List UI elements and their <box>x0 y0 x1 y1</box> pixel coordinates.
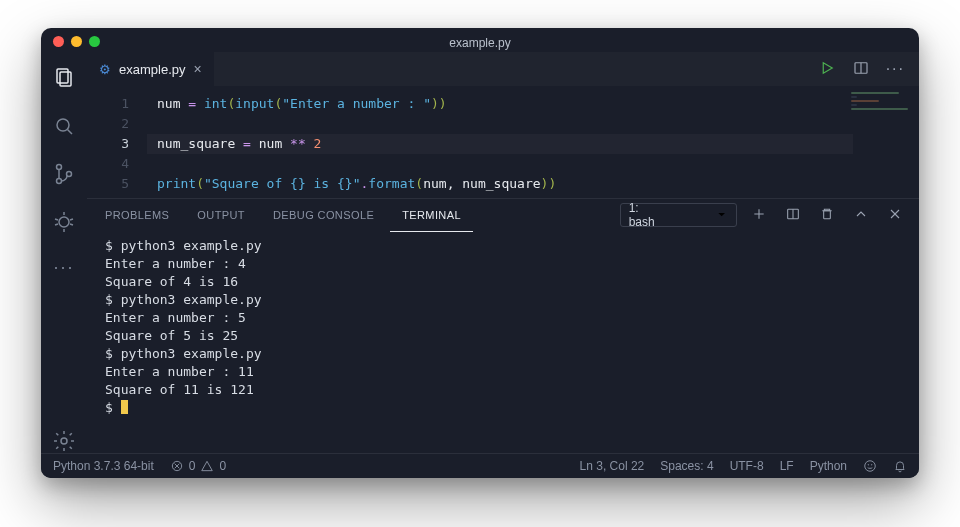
code-line[interactable] <box>157 114 919 134</box>
close-tab-icon[interactable]: × <box>193 61 201 77</box>
svg-rect-0 <box>57 69 68 83</box>
terminal-line: Enter a number : 11 <box>105 363 919 381</box>
terminal-line: $ <box>105 399 919 417</box>
explorer-icon[interactable] <box>52 66 76 90</box>
python-file-icon: ⚙ <box>99 62 111 77</box>
svg-point-6 <box>67 172 72 177</box>
line-number: 5 <box>87 174 147 194</box>
close-window-button[interactable] <box>53 36 64 47</box>
chevron-down-icon <box>715 208 728 221</box>
line-number: 2 <box>87 114 147 134</box>
status-eol[interactable]: LF <box>780 459 794 473</box>
window-title: example.py <box>449 31 510 50</box>
svg-point-5 <box>57 179 62 184</box>
trash-icon[interactable] <box>819 206 835 225</box>
debug-icon[interactable] <box>52 210 76 234</box>
line-number: 3 <box>87 134 147 154</box>
tab-example-py[interactable]: ⚙ example.py × <box>87 52 214 86</box>
svg-line-13 <box>70 224 73 225</box>
window-controls <box>53 36 100 47</box>
svg-point-28 <box>865 461 876 472</box>
chevron-up-icon[interactable] <box>853 206 869 225</box>
status-indentation[interactable]: Spaces: 4 <box>660 459 713 473</box>
app-window: { "title": "example.py", "tab": { "icon"… <box>41 28 919 478</box>
status-problems[interactable]: 0 0 <box>170 459 226 473</box>
line-number: 1 <box>87 94 147 114</box>
line-number: 4 <box>87 154 147 174</box>
panel-tab-output[interactable]: OUTPUT <box>185 199 257 231</box>
terminal-cursor <box>121 400 128 414</box>
zoom-window-button[interactable] <box>89 36 100 47</box>
search-icon[interactable] <box>52 114 76 138</box>
svg-line-10 <box>55 219 58 220</box>
minimap[interactable] <box>851 92 911 110</box>
editor-overflow-icon[interactable]: ··· <box>886 60 905 78</box>
title-bar: example.py <box>41 28 919 52</box>
warning-icon <box>200 459 214 473</box>
activity-bar: ··· <box>41 52 87 453</box>
source-control-icon[interactable] <box>52 162 76 186</box>
code-editor[interactable]: 12345 num = int(input("Enter a number : … <box>87 86 919 198</box>
editor-tab-bar: ⚙ example.py × ··· <box>87 52 919 86</box>
status-error-count: 0 <box>189 459 196 473</box>
svg-rect-22 <box>824 210 831 218</box>
terminal-line: $ python3 example.py <box>105 237 919 255</box>
code-line[interactable] <box>157 154 919 174</box>
status-encoding[interactable]: UTF-8 <box>730 459 764 473</box>
svg-line-11 <box>55 224 58 225</box>
terminal-line: $ python3 example.py <box>105 345 919 363</box>
code-line[interactable]: print("Square of {} is {}".format(num, n… <box>157 174 919 194</box>
terminal-line: Square of 5 is 25 <box>105 327 919 345</box>
split-editor-icon[interactable] <box>852 59 870 80</box>
code-line[interactable]: num = int(input("Enter a number : ")) <box>157 94 919 114</box>
terminal-line: Square of 4 is 16 <box>105 273 919 291</box>
panel-tab-debug-console[interactable]: DEBUG CONSOLE <box>261 199 386 231</box>
svg-point-2 <box>57 119 69 131</box>
status-cursor-position[interactable]: Ln 3, Col 22 <box>580 459 645 473</box>
status-bar: Python 3.7.3 64-bit 0 0 Ln 3, Col 22 Spa… <box>41 453 919 478</box>
minimize-window-button[interactable] <box>71 36 82 47</box>
split-terminal-icon[interactable] <box>785 206 801 225</box>
terminal-line: Enter a number : 4 <box>105 255 919 273</box>
terminal-output[interactable]: $ python3 example.pyEnter a number : 4Sq… <box>87 231 919 453</box>
error-icon <box>170 459 184 473</box>
panel-tab-bar: PROBLEMSOUTPUTDEBUG CONSOLETERMINAL 1: b… <box>87 199 919 231</box>
svg-line-3 <box>68 130 73 135</box>
svg-line-12 <box>70 219 73 220</box>
terminal-line: Square of 11 is 121 <box>105 381 919 399</box>
plus-icon[interactable] <box>751 206 767 225</box>
status-language-mode[interactable]: Python <box>810 459 847 473</box>
activity-overflow-icon[interactable]: ··· <box>53 258 74 276</box>
svg-point-4 <box>57 165 62 170</box>
svg-point-14 <box>61 438 67 444</box>
bell-icon[interactable] <box>893 459 907 473</box>
close-panel-icon[interactable] <box>887 206 903 225</box>
terminal-selector[interactable]: 1: bash <box>620 203 737 227</box>
terminal-selector-label: 1: bash <box>629 201 655 229</box>
line-number-gutter: 12345 <box>87 86 147 194</box>
gear-icon[interactable] <box>52 429 76 453</box>
tab-label: example.py <box>119 62 185 77</box>
terminal-line: $ python3 example.py <box>105 291 919 309</box>
terminal-line: Enter a number : 5 <box>105 309 919 327</box>
svg-marker-15 <box>823 62 832 73</box>
svg-point-7 <box>59 217 69 227</box>
status-python-version[interactable]: Python 3.7.3 64-bit <box>53 459 154 473</box>
panel-tab-problems[interactable]: PROBLEMS <box>93 199 181 231</box>
panel-tab-terminal[interactable]: TERMINAL <box>390 199 473 232</box>
bottom-panel: PROBLEMSOUTPUTDEBUG CONSOLETERMINAL 1: b… <box>87 198 919 453</box>
play-icon[interactable] <box>818 59 836 80</box>
svg-point-30 <box>871 465 872 466</box>
status-warning-count: 0 <box>219 459 226 473</box>
svg-point-29 <box>868 465 869 466</box>
current-line-highlight <box>147 134 853 154</box>
svg-rect-1 <box>60 72 71 86</box>
feedback-icon[interactable] <box>863 459 877 473</box>
